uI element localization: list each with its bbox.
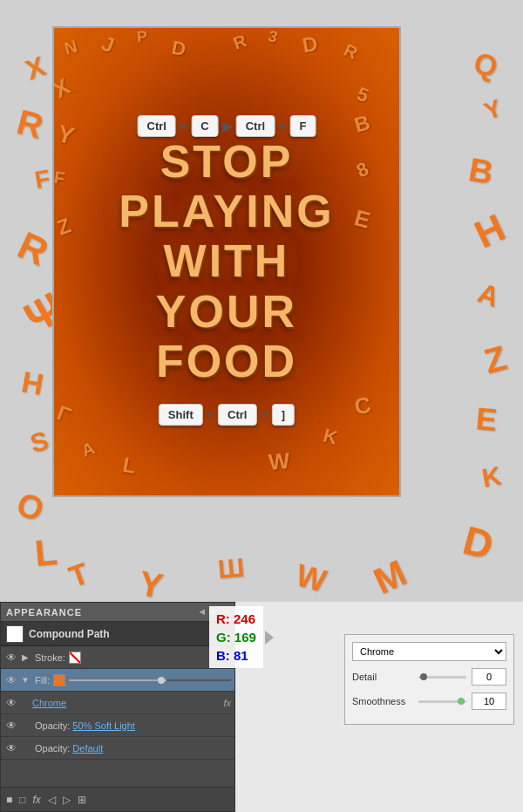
footer-icon-2[interactable]: □	[19, 794, 25, 806]
smoothness-input[interactable]	[472, 693, 506, 710]
shortcut-bar-top: Ctrl + C ▶ Ctrl + F	[138, 115, 316, 137]
detail-slider[interactable]	[418, 676, 466, 679]
chrome-visibility-eye[interactable]: 👁	[4, 696, 18, 710]
stroke-expand-icon[interactable]: ▶	[18, 651, 32, 665]
outer-letter: D	[458, 516, 498, 570]
fill-slider-thumb	[158, 677, 165, 684]
outer-letter: A	[473, 276, 503, 314]
outer-letter: K	[480, 461, 504, 493]
fill-color-swatch[interactable]	[53, 674, 65, 686]
color-arrow	[265, 631, 274, 645]
outer-letter: O	[12, 485, 49, 529]
key-ctrl-top[interactable]: Ctrl	[138, 115, 176, 137]
footer-icon-left[interactable]: ◁	[48, 794, 56, 806]
outer-letter: Q	[470, 45, 501, 85]
smoothness-row: Smoothness	[352, 693, 506, 710]
shortcut-bar-bottom: Shift + Ctrl + ]	[159, 404, 295, 426]
chrome-link[interactable]: Chrome	[32, 698, 66, 708]
footer-icon-grid[interactable]: ⊞	[78, 794, 86, 806]
inner-letter: 3	[266, 27, 279, 47]
opacity-soft-light-row[interactable]: 👁 Opacity: 50% Soft Light	[1, 714, 234, 737]
key-shift[interactable]: Shift	[159, 404, 203, 426]
outer-letter: Y	[136, 563, 166, 606]
outer-letter: M	[367, 552, 412, 603]
chrome-dropdown[interactable]: Chrome Bevel Blur Drop Shadow	[352, 642, 506, 661]
inner-letter: 8	[354, 158, 373, 183]
main-text-your: YOUR	[119, 287, 334, 337]
smoothness-slider-thumb	[458, 698, 465, 705]
key-bracket[interactable]: ]	[272, 404, 295, 426]
plus-sign-1: +	[180, 119, 187, 134]
artwork-background: N J P D R 3 D R X 5 Y B F 8 Z E Γ C A K …	[54, 28, 399, 495]
inner-letter: R	[230, 31, 248, 55]
opacity-label-2: Opacity:	[35, 743, 70, 754]
fill-row[interactable]: 👁 ▼ Fill:	[1, 669, 234, 692]
chrome-row[interactable]: 👁 Chrome fx	[1, 692, 234, 714]
green-value: 169	[234, 630, 256, 645]
chrome-panel: Chrome Bevel Blur Drop Shadow Detail Smo…	[344, 634, 514, 725]
key-c[interactable]: C	[191, 115, 218, 137]
inner-letter: L	[121, 453, 138, 479]
outer-letter: E	[474, 400, 499, 439]
smoothness-slider[interactable]	[418, 700, 466, 703]
stroke-label: Stroke:	[35, 652, 65, 663]
opacity-soft-light-link[interactable]: 50% Soft Light	[72, 720, 135, 731]
green-value-row: G: 169	[216, 628, 256, 646]
panel-thumbnail	[6, 625, 24, 643]
blue-value: 81	[234, 648, 248, 663]
plus-sign-3: +	[207, 407, 214, 423]
inner-letter: C	[352, 392, 373, 421]
outer-letter: Y	[480, 94, 506, 126]
inner-letter: Γ	[54, 400, 74, 427]
artwork-box: N J P D R 3 D R X 5 Y B F 8 Z E Γ C A K …	[52, 26, 401, 497]
opacity-default-link[interactable]: Default	[72, 743, 103, 754]
opacity-soft-visibility-eye[interactable]: 👁	[4, 719, 18, 733]
inner-letter: B	[351, 111, 372, 139]
detail-row: Detail	[352, 668, 506, 686]
stroke-color-swatch[interactable]	[69, 652, 81, 664]
inner-letter: Y	[54, 119, 77, 151]
inner-letter: P	[136, 28, 148, 47]
stroke-row[interactable]: 👁 ▶ Stroke:	[1, 646, 234, 669]
chrome-dropdown-row: Chrome Bevel Blur Drop Shadow	[352, 642, 506, 661]
main-text-food: FOOD	[119, 337, 334, 386]
key-f[interactable]: F	[289, 115, 316, 137]
inner-letter: D	[169, 37, 187, 61]
fill-slider[interactable]	[69, 679, 231, 681]
footer-icon-1[interactable]: ■	[6, 794, 12, 806]
key-ctrl-bottom[interactable]: Ctrl	[218, 404, 256, 426]
red-value: 246	[234, 611, 255, 626]
fill-visibility-eye[interactable]: 👁	[4, 673, 18, 687]
inner-letter: K	[321, 424, 340, 449]
blue-value-row: B: 81	[216, 646, 256, 665]
inner-letter: Z	[54, 214, 74, 241]
detail-slider-thumb	[420, 673, 427, 680]
panel-title: APPEARANCE	[6, 607, 82, 618]
stroke-visibility-eye[interactable]: 👁	[4, 651, 18, 665]
red-label: R:	[216, 611, 230, 626]
panel-footer: ■ □ fx ◁ ▷ ⊞	[1, 787, 234, 811]
main-text-stop: STOP	[119, 137, 334, 187]
inner-letter: R	[340, 40, 360, 64]
main-text-block: STOP PLAYING WITH YOUR FOOD	[119, 137, 334, 386]
footer-icon-fx[interactable]: fx	[33, 794, 41, 806]
outer-letter: T	[65, 556, 93, 595]
opacity-default-icon	[18, 741, 32, 755]
opacity-default-row[interactable]: 👁 Opacity: Default	[1, 737, 234, 760]
footer-icon-right[interactable]: ▷	[63, 794, 71, 806]
compound-path-label: Compound Path	[29, 628, 110, 640]
detail-input[interactable]	[472, 668, 506, 686]
key-ctrl-top2[interactable]: Ctrl	[236, 115, 275, 137]
opacity-default-visibility-eye[interactable]: 👁	[4, 741, 18, 755]
main-text-with: WITH	[119, 236, 334, 286]
smoothness-label: Smoothness	[352, 696, 413, 706]
fill-label: Fill:	[35, 675, 50, 686]
fill-slider-container	[69, 679, 231, 681]
panel-titlebar: APPEARANCE ◄◄ ✕	[1, 603, 234, 622]
fill-expand-icon[interactable]: ▼	[18, 673, 32, 687]
inner-letter: A	[78, 438, 97, 461]
plus-sign-4: +	[260, 407, 268, 423]
outer-letter: Z	[479, 338, 510, 382]
outer-letter: S	[27, 426, 51, 459]
fx-badge[interactable]: fx	[223, 698, 231, 708]
